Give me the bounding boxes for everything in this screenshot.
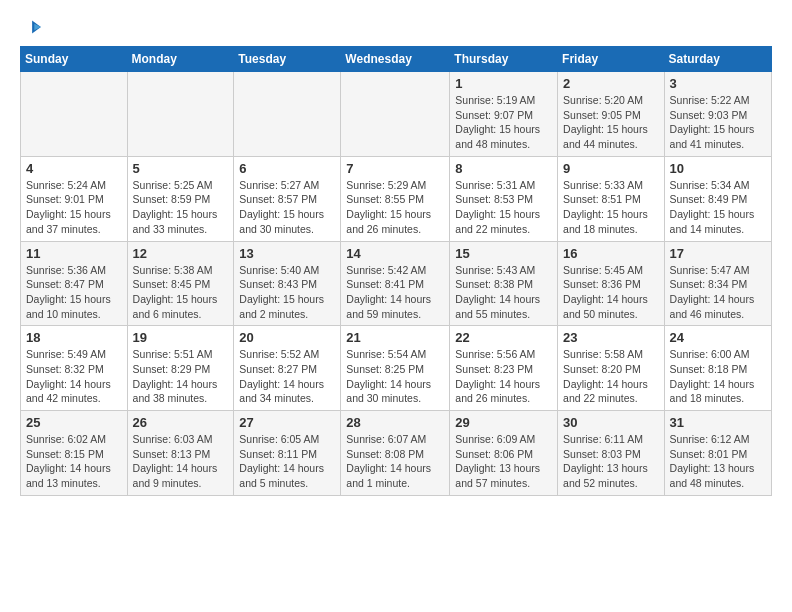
calendar-cell: 3Sunrise: 5:22 AM Sunset: 9:03 PM Daylig…	[664, 72, 771, 157]
calendar-cell: 31Sunrise: 6:12 AM Sunset: 8:01 PM Dayli…	[664, 411, 771, 496]
calendar-cell: 5Sunrise: 5:25 AM Sunset: 8:59 PM Daylig…	[127, 156, 234, 241]
day-number: 11	[26, 246, 122, 261]
calendar-cell: 18Sunrise: 5:49 AM Sunset: 8:32 PM Dayli…	[21, 326, 128, 411]
weekday-thursday: Thursday	[450, 47, 558, 72]
calendar-cell: 30Sunrise: 6:11 AM Sunset: 8:03 PM Dayli…	[558, 411, 665, 496]
day-info: Sunrise: 5:27 AM Sunset: 8:57 PM Dayligh…	[239, 178, 335, 237]
day-number: 27	[239, 415, 335, 430]
day-info: Sunrise: 6:12 AM Sunset: 8:01 PM Dayligh…	[670, 432, 766, 491]
calendar-body: 1Sunrise: 5:19 AM Sunset: 9:07 PM Daylig…	[21, 72, 772, 496]
day-number: 2	[563, 76, 659, 91]
day-number: 16	[563, 246, 659, 261]
day-info: Sunrise: 5:38 AM Sunset: 8:45 PM Dayligh…	[133, 263, 229, 322]
weekday-row: SundayMondayTuesdayWednesdayThursdayFrid…	[21, 47, 772, 72]
day-number: 18	[26, 330, 122, 345]
calendar-cell	[127, 72, 234, 157]
day-info: Sunrise: 5:19 AM Sunset: 9:07 PM Dayligh…	[455, 93, 552, 152]
day-info: Sunrise: 5:33 AM Sunset: 8:51 PM Dayligh…	[563, 178, 659, 237]
day-number: 30	[563, 415, 659, 430]
calendar-cell: 2Sunrise: 5:20 AM Sunset: 9:05 PM Daylig…	[558, 72, 665, 157]
day-info: Sunrise: 5:52 AM Sunset: 8:27 PM Dayligh…	[239, 347, 335, 406]
day-info: Sunrise: 6:00 AM Sunset: 8:18 PM Dayligh…	[670, 347, 766, 406]
calendar-header: SundayMondayTuesdayWednesdayThursdayFrid…	[21, 47, 772, 72]
day-number: 9	[563, 161, 659, 176]
day-number: 4	[26, 161, 122, 176]
calendar-cell: 10Sunrise: 5:34 AM Sunset: 8:49 PM Dayli…	[664, 156, 771, 241]
weekday-tuesday: Tuesday	[234, 47, 341, 72]
day-number: 31	[670, 415, 766, 430]
day-info: Sunrise: 5:31 AM Sunset: 8:53 PM Dayligh…	[455, 178, 552, 237]
day-info: Sunrise: 5:51 AM Sunset: 8:29 PM Dayligh…	[133, 347, 229, 406]
day-info: Sunrise: 5:22 AM Sunset: 9:03 PM Dayligh…	[670, 93, 766, 152]
weekday-wednesday: Wednesday	[341, 47, 450, 72]
calendar-cell	[21, 72, 128, 157]
day-info: Sunrise: 5:34 AM Sunset: 8:49 PM Dayligh…	[670, 178, 766, 237]
calendar-cell: 12Sunrise: 5:38 AM Sunset: 8:45 PM Dayli…	[127, 241, 234, 326]
calendar-cell: 23Sunrise: 5:58 AM Sunset: 8:20 PM Dayli…	[558, 326, 665, 411]
day-info: Sunrise: 5:47 AM Sunset: 8:34 PM Dayligh…	[670, 263, 766, 322]
calendar-cell: 7Sunrise: 5:29 AM Sunset: 8:55 PM Daylig…	[341, 156, 450, 241]
calendar-cell: 6Sunrise: 5:27 AM Sunset: 8:57 PM Daylig…	[234, 156, 341, 241]
header	[20, 16, 772, 38]
day-info: Sunrise: 5:58 AM Sunset: 8:20 PM Dayligh…	[563, 347, 659, 406]
day-number: 17	[670, 246, 766, 261]
day-info: Sunrise: 5:20 AM Sunset: 9:05 PM Dayligh…	[563, 93, 659, 152]
calendar-cell: 8Sunrise: 5:31 AM Sunset: 8:53 PM Daylig…	[450, 156, 558, 241]
calendar-cell: 20Sunrise: 5:52 AM Sunset: 8:27 PM Dayli…	[234, 326, 341, 411]
day-number: 21	[346, 330, 444, 345]
weekday-saturday: Saturday	[664, 47, 771, 72]
logo	[20, 16, 46, 38]
day-info: Sunrise: 5:24 AM Sunset: 9:01 PM Dayligh…	[26, 178, 122, 237]
calendar-cell: 1Sunrise: 5:19 AM Sunset: 9:07 PM Daylig…	[450, 72, 558, 157]
calendar-cell: 29Sunrise: 6:09 AM Sunset: 8:06 PM Dayli…	[450, 411, 558, 496]
week-row-4: 18Sunrise: 5:49 AM Sunset: 8:32 PM Dayli…	[21, 326, 772, 411]
day-info: Sunrise: 6:09 AM Sunset: 8:06 PM Dayligh…	[455, 432, 552, 491]
day-number: 12	[133, 246, 229, 261]
day-number: 23	[563, 330, 659, 345]
day-info: Sunrise: 6:03 AM Sunset: 8:13 PM Dayligh…	[133, 432, 229, 491]
day-number: 6	[239, 161, 335, 176]
calendar-cell	[234, 72, 341, 157]
day-number: 25	[26, 415, 122, 430]
day-info: Sunrise: 5:56 AM Sunset: 8:23 PM Dayligh…	[455, 347, 552, 406]
day-info: Sunrise: 5:36 AM Sunset: 8:47 PM Dayligh…	[26, 263, 122, 322]
calendar-cell: 16Sunrise: 5:45 AM Sunset: 8:36 PM Dayli…	[558, 241, 665, 326]
day-number: 20	[239, 330, 335, 345]
calendar-cell: 11Sunrise: 5:36 AM Sunset: 8:47 PM Dayli…	[21, 241, 128, 326]
calendar: SundayMondayTuesdayWednesdayThursdayFrid…	[20, 46, 772, 496]
calendar-cell: 13Sunrise: 5:40 AM Sunset: 8:43 PM Dayli…	[234, 241, 341, 326]
weekday-friday: Friday	[558, 47, 665, 72]
logo-icon	[20, 16, 42, 38]
calendar-cell: 21Sunrise: 5:54 AM Sunset: 8:25 PM Dayli…	[341, 326, 450, 411]
calendar-cell: 4Sunrise: 5:24 AM Sunset: 9:01 PM Daylig…	[21, 156, 128, 241]
day-number: 22	[455, 330, 552, 345]
day-number: 14	[346, 246, 444, 261]
day-info: Sunrise: 6:05 AM Sunset: 8:11 PM Dayligh…	[239, 432, 335, 491]
day-info: Sunrise: 5:40 AM Sunset: 8:43 PM Dayligh…	[239, 263, 335, 322]
day-number: 19	[133, 330, 229, 345]
day-number: 7	[346, 161, 444, 176]
day-number: 3	[670, 76, 766, 91]
day-number: 29	[455, 415, 552, 430]
day-number: 5	[133, 161, 229, 176]
calendar-cell: 22Sunrise: 5:56 AM Sunset: 8:23 PM Dayli…	[450, 326, 558, 411]
day-info: Sunrise: 6:07 AM Sunset: 8:08 PM Dayligh…	[346, 432, 444, 491]
day-number: 10	[670, 161, 766, 176]
calendar-cell: 25Sunrise: 6:02 AM Sunset: 8:15 PM Dayli…	[21, 411, 128, 496]
calendar-cell: 27Sunrise: 6:05 AM Sunset: 8:11 PM Dayli…	[234, 411, 341, 496]
week-row-2: 4Sunrise: 5:24 AM Sunset: 9:01 PM Daylig…	[21, 156, 772, 241]
week-row-3: 11Sunrise: 5:36 AM Sunset: 8:47 PM Dayli…	[21, 241, 772, 326]
day-info: Sunrise: 5:42 AM Sunset: 8:41 PM Dayligh…	[346, 263, 444, 322]
day-number: 8	[455, 161, 552, 176]
day-number: 1	[455, 76, 552, 91]
day-info: Sunrise: 5:45 AM Sunset: 8:36 PM Dayligh…	[563, 263, 659, 322]
day-number: 26	[133, 415, 229, 430]
calendar-cell: 9Sunrise: 5:33 AM Sunset: 8:51 PM Daylig…	[558, 156, 665, 241]
weekday-sunday: Sunday	[21, 47, 128, 72]
calendar-cell: 14Sunrise: 5:42 AM Sunset: 8:41 PM Dayli…	[341, 241, 450, 326]
calendar-cell: 24Sunrise: 6:00 AM Sunset: 8:18 PM Dayli…	[664, 326, 771, 411]
calendar-cell: 15Sunrise: 5:43 AM Sunset: 8:38 PM Dayli…	[450, 241, 558, 326]
week-row-5: 25Sunrise: 6:02 AM Sunset: 8:15 PM Dayli…	[21, 411, 772, 496]
day-info: Sunrise: 5:29 AM Sunset: 8:55 PM Dayligh…	[346, 178, 444, 237]
weekday-monday: Monday	[127, 47, 234, 72]
